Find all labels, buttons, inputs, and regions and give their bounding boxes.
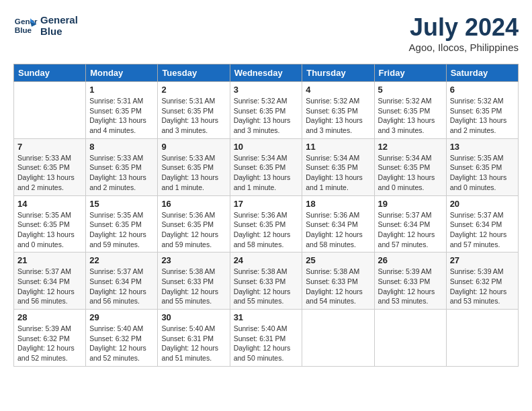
day-cell: 16Sunrise: 5:36 AM Sunset: 6:35 PM Dayli… xyxy=(158,195,230,253)
day-cell: 23Sunrise: 5:38 AM Sunset: 6:33 PM Dayli… xyxy=(158,253,230,310)
day-info: Sunrise: 5:32 AM Sunset: 6:35 PM Dayligh… xyxy=(234,96,299,136)
day-cell: 14Sunrise: 5:35 AM Sunset: 6:35 PM Dayli… xyxy=(14,195,86,253)
day-info: Sunrise: 5:39 AM Sunset: 6:32 PM Dayligh… xyxy=(450,267,515,306)
day-number: 12 xyxy=(378,142,443,152)
header-wednesday: Wednesday xyxy=(230,64,302,82)
day-cell: 2Sunrise: 5:31 AM Sunset: 6:35 PM Daylig… xyxy=(158,82,230,139)
day-cell: 20Sunrise: 5:37 AM Sunset: 6:34 PM Dayli… xyxy=(446,195,518,253)
day-cell: 28Sunrise: 5:39 AM Sunset: 6:32 PM Dayli… xyxy=(14,310,86,367)
day-number: 31 xyxy=(234,312,299,322)
header-friday: Friday xyxy=(374,64,446,82)
day-info: Sunrise: 5:33 AM Sunset: 6:35 PM Dayligh… xyxy=(161,153,226,193)
month-title: July 2024 xyxy=(409,13,519,42)
day-info: Sunrise: 5:33 AM Sunset: 6:35 PM Dayligh… xyxy=(17,153,82,193)
day-info: Sunrise: 5:38 AM Sunset: 6:33 PM Dayligh… xyxy=(306,267,370,306)
header-saturday: Saturday xyxy=(446,64,518,82)
day-number: 18 xyxy=(306,199,370,209)
day-number: 14 xyxy=(17,199,82,209)
day-cell xyxy=(446,310,518,367)
day-number: 30 xyxy=(161,312,226,322)
day-cell xyxy=(14,82,86,139)
day-number: 8 xyxy=(89,142,154,152)
day-cell: 5Sunrise: 5:32 AM Sunset: 6:35 PM Daylig… xyxy=(374,82,446,139)
day-cell: 1Sunrise: 5:31 AM Sunset: 6:35 PM Daylig… xyxy=(86,82,158,139)
day-cell: 7Sunrise: 5:33 AM Sunset: 6:35 PM Daylig… xyxy=(14,138,86,195)
day-info: Sunrise: 5:34 AM Sunset: 6:35 PM Dayligh… xyxy=(306,153,370,193)
logo-line1: General xyxy=(40,14,78,26)
day-number: 2 xyxy=(161,85,226,95)
day-cell: 30Sunrise: 5:40 AM Sunset: 6:31 PM Dayli… xyxy=(158,310,230,367)
day-number: 24 xyxy=(234,255,299,265)
day-info: Sunrise: 5:40 AM Sunset: 6:31 PM Dayligh… xyxy=(234,324,299,363)
day-cell: 27Sunrise: 5:39 AM Sunset: 6:32 PM Dayli… xyxy=(446,253,518,310)
logo: General Blue General Blue xyxy=(13,13,78,38)
day-number: 5 xyxy=(378,85,443,95)
day-info: Sunrise: 5:39 AM Sunset: 6:32 PM Dayligh… xyxy=(17,324,82,363)
day-cell: 24Sunrise: 5:38 AM Sunset: 6:33 PM Dayli… xyxy=(230,253,302,310)
day-number: 21 xyxy=(17,255,82,265)
day-info: Sunrise: 5:34 AM Sunset: 6:35 PM Dayligh… xyxy=(234,153,299,193)
day-info: Sunrise: 5:37 AM Sunset: 6:34 PM Dayligh… xyxy=(89,267,154,306)
day-info: Sunrise: 5:35 AM Sunset: 6:35 PM Dayligh… xyxy=(89,210,154,250)
week-row-4: 28Sunrise: 5:39 AM Sunset: 6:32 PM Dayli… xyxy=(14,310,519,367)
day-info: Sunrise: 5:38 AM Sunset: 6:33 PM Dayligh… xyxy=(234,267,299,306)
day-info: Sunrise: 5:32 AM Sunset: 6:35 PM Dayligh… xyxy=(378,96,443,136)
location: Agoo, Ilocos, Philippines xyxy=(409,42,519,53)
day-cell: 4Sunrise: 5:32 AM Sunset: 6:35 PM Daylig… xyxy=(302,82,374,139)
header-sunday: Sunday xyxy=(14,64,86,82)
day-number: 9 xyxy=(161,142,226,152)
week-row-3: 21Sunrise: 5:37 AM Sunset: 6:34 PM Dayli… xyxy=(14,253,519,310)
week-row-2: 14Sunrise: 5:35 AM Sunset: 6:35 PM Dayli… xyxy=(14,195,519,253)
header-tuesday: Tuesday xyxy=(158,64,230,82)
day-cell: 29Sunrise: 5:40 AM Sunset: 6:32 PM Dayli… xyxy=(86,310,158,367)
day-info: Sunrise: 5:35 AM Sunset: 6:35 PM Dayligh… xyxy=(450,153,515,193)
logo-icon: General Blue xyxy=(13,13,38,38)
day-number: 22 xyxy=(89,255,154,265)
day-number: 28 xyxy=(17,312,82,322)
day-info: Sunrise: 5:37 AM Sunset: 6:34 PM Dayligh… xyxy=(17,267,82,306)
day-cell: 3Sunrise: 5:32 AM Sunset: 6:35 PM Daylig… xyxy=(230,82,302,139)
day-number: 23 xyxy=(161,255,226,265)
page-header: General Blue General Blue July 2024 Agoo… xyxy=(13,13,519,53)
day-info: Sunrise: 5:31 AM Sunset: 6:35 PM Dayligh… xyxy=(161,96,226,136)
day-cell: 17Sunrise: 5:36 AM Sunset: 6:35 PM Dayli… xyxy=(230,195,302,253)
day-info: Sunrise: 5:38 AM Sunset: 6:33 PM Dayligh… xyxy=(161,267,226,306)
logo-line2: Blue xyxy=(40,26,78,37)
day-info: Sunrise: 5:36 AM Sunset: 6:35 PM Dayligh… xyxy=(161,210,226,250)
day-cell: 18Sunrise: 5:36 AM Sunset: 6:34 PM Dayli… xyxy=(302,195,374,253)
day-info: Sunrise: 5:39 AM Sunset: 6:33 PM Dayligh… xyxy=(378,267,443,306)
day-info: Sunrise: 5:32 AM Sunset: 6:35 PM Dayligh… xyxy=(450,96,515,136)
calendar-header-row: SundayMondayTuesdayWednesdayThursdayFrid… xyxy=(14,64,519,82)
day-cell: 22Sunrise: 5:37 AM Sunset: 6:34 PM Dayli… xyxy=(86,253,158,310)
title-block: July 2024 Agoo, Ilocos, Philippines xyxy=(409,13,519,53)
calendar-table: SundayMondayTuesdayWednesdayThursdayFrid… xyxy=(13,64,519,367)
header-monday: Monday xyxy=(86,64,158,82)
day-cell: 9Sunrise: 5:33 AM Sunset: 6:35 PM Daylig… xyxy=(158,138,230,195)
day-cell: 10Sunrise: 5:34 AM Sunset: 6:35 PM Dayli… xyxy=(230,138,302,195)
day-cell: 15Sunrise: 5:35 AM Sunset: 6:35 PM Dayli… xyxy=(86,195,158,253)
day-cell: 19Sunrise: 5:37 AM Sunset: 6:34 PM Dayli… xyxy=(374,195,446,253)
day-number: 10 xyxy=(234,142,299,152)
day-cell: 31Sunrise: 5:40 AM Sunset: 6:31 PM Dayli… xyxy=(230,310,302,367)
svg-text:Blue: Blue xyxy=(15,26,32,34)
day-number: 27 xyxy=(450,255,515,265)
week-row-1: 7Sunrise: 5:33 AM Sunset: 6:35 PM Daylig… xyxy=(14,138,519,195)
day-number: 11 xyxy=(306,142,370,152)
day-info: Sunrise: 5:40 AM Sunset: 6:32 PM Dayligh… xyxy=(89,324,154,363)
day-cell: 11Sunrise: 5:34 AM Sunset: 6:35 PM Dayli… xyxy=(302,138,374,195)
day-info: Sunrise: 5:31 AM Sunset: 6:35 PM Dayligh… xyxy=(89,96,154,136)
day-number: 26 xyxy=(378,255,443,265)
day-info: Sunrise: 5:37 AM Sunset: 6:34 PM Dayligh… xyxy=(450,210,515,250)
day-cell: 8Sunrise: 5:33 AM Sunset: 6:35 PM Daylig… xyxy=(86,138,158,195)
day-info: Sunrise: 5:35 AM Sunset: 6:35 PM Dayligh… xyxy=(17,210,82,250)
day-info: Sunrise: 5:33 AM Sunset: 6:35 PM Dayligh… xyxy=(89,153,154,193)
day-info: Sunrise: 5:37 AM Sunset: 6:34 PM Dayligh… xyxy=(378,210,443,250)
day-number: 20 xyxy=(450,199,515,209)
day-number: 1 xyxy=(89,85,154,95)
day-number: 16 xyxy=(161,199,226,209)
day-cell: 26Sunrise: 5:39 AM Sunset: 6:33 PM Dayli… xyxy=(374,253,446,310)
day-cell: 25Sunrise: 5:38 AM Sunset: 6:33 PM Dayli… xyxy=(302,253,374,310)
day-info: Sunrise: 5:32 AM Sunset: 6:35 PM Dayligh… xyxy=(306,96,370,136)
day-info: Sunrise: 5:36 AM Sunset: 6:34 PM Dayligh… xyxy=(306,210,370,250)
day-cell: 13Sunrise: 5:35 AM Sunset: 6:35 PM Dayli… xyxy=(446,138,518,195)
